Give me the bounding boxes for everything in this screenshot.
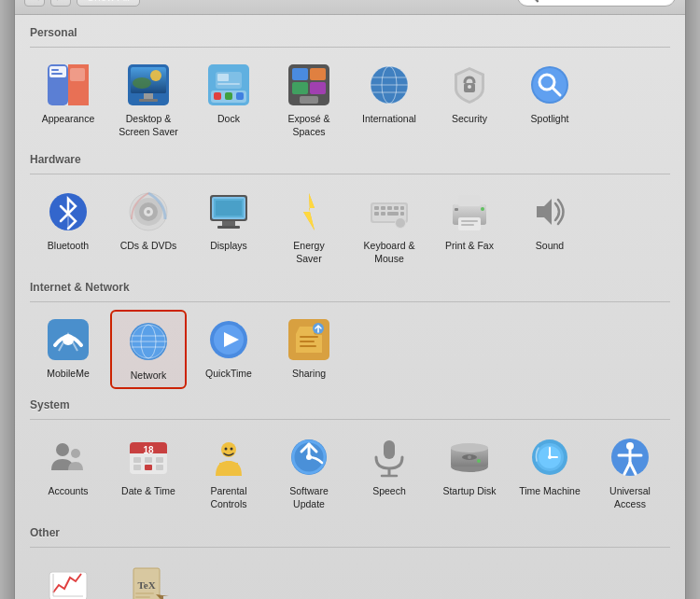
svg-point-118	[451, 443, 488, 453]
svg-rect-100	[156, 457, 163, 463]
internet-network-items-row: MobileMe Network	[30, 310, 670, 390]
sharing-icon	[285, 315, 333, 364]
svg-rect-57	[381, 206, 385, 210]
appearance-icon	[44, 61, 92, 109]
personal-divider	[30, 47, 670, 48]
personal-items-row: Appearance	[30, 55, 670, 144]
pref-item-sharing[interactable]: Sharing	[271, 310, 347, 390]
svg-point-121	[477, 459, 481, 463]
software-update-label: SoftwareUpdate	[289, 485, 328, 510]
pref-item-universal-access[interactable]: UniversalAccess	[592, 427, 668, 516]
international-label: International	[362, 113, 416, 126]
svg-rect-5	[51, 69, 59, 71]
svg-point-14	[133, 77, 151, 89]
cds-dvds-icon	[124, 188, 173, 236]
svg-rect-62	[381, 212, 385, 216]
print-fax-icon	[445, 188, 494, 236]
svg-rect-99	[145, 457, 152, 463]
pref-item-parental[interactable]: ParentalControls	[190, 427, 267, 516]
other-divider	[30, 547, 670, 548]
network-label: Network	[131, 369, 167, 383]
pref-item-energy[interactable]: EnergySaver	[271, 182, 347, 271]
spotlight-label: Spotlight	[531, 113, 569, 126]
mobileme-label: MobileMe	[47, 368, 90, 381]
pref-item-appearance[interactable]: Appearance	[30, 55, 106, 144]
pref-item-mobileme[interactable]: MobileMe	[30, 310, 106, 390]
sharing-label: Sharing	[292, 368, 326, 381]
svg-rect-17	[214, 92, 221, 100]
pref-item-time-machine[interactable]: Time Machine	[511, 427, 588, 516]
svg-rect-73	[455, 208, 458, 211]
svg-rect-60	[400, 206, 404, 210]
bluetooth-icon	[44, 188, 92, 236]
svg-point-36	[468, 85, 471, 89]
sound-label: Sound	[536, 240, 564, 253]
desktop-icon	[124, 61, 173, 109]
displays-icon	[204, 188, 253, 236]
pref-item-keyboard[interactable]: Keyboard &Mouse	[351, 182, 427, 271]
pref-item-bluetooth[interactable]: Bluetooth	[30, 182, 106, 271]
startup-disk-icon	[445, 433, 494, 481]
bluetooth-label: Bluetooth	[48, 240, 89, 253]
svg-text:TeX: TeX	[137, 579, 155, 591]
keyboard-icon	[365, 188, 413, 236]
svg-point-93	[71, 449, 80, 458]
svg-rect-63	[387, 212, 399, 216]
other-items-row: MenuMeters TeX TeXDistribution	[30, 555, 670, 599]
pref-item-datetime[interactable]: 18 Date & Time	[110, 427, 187, 516]
internet-network-section-header: Internet & Network	[30, 281, 670, 294]
svg-rect-61	[374, 212, 379, 216]
pref-item-software-update[interactable]: SoftwareUpdate	[271, 427, 347, 516]
pref-item-desktop[interactable]: Desktop &Screen Saver	[110, 55, 187, 144]
pref-item-print-fax[interactable]: Print & Fax	[431, 182, 508, 271]
accounts-icon	[44, 433, 92, 481]
pref-item-expose[interactable]: Exposé &Spaces	[271, 55, 347, 144]
internet-network-divider	[30, 301, 670, 302]
system-section-header: System	[30, 398, 670, 411]
svg-rect-141	[135, 596, 150, 598]
hardware-items-row: Bluetooth CDs & DVDs	[30, 182, 670, 271]
pref-item-sound[interactable]: Sound	[511, 182, 588, 271]
system-divider	[30, 419, 670, 420]
pref-item-network[interactable]: Network	[110, 310, 187, 390]
pref-item-cds-dvds[interactable]: CDs & DVDs	[110, 182, 187, 271]
forward-button[interactable]: ▶	[50, 0, 71, 7]
pref-item-menumeters[interactable]: MenuMeters	[30, 555, 106, 599]
pref-item-dock[interactable]: Dock	[190, 55, 267, 144]
search-icon: 🔍	[525, 0, 539, 3]
svg-rect-103	[156, 465, 163, 470]
pref-item-speech[interactable]: Speech	[351, 427, 427, 516]
show-all-button[interactable]: Show All	[77, 0, 140, 7]
back-button[interactable]: ◀	[24, 0, 45, 7]
svg-rect-4	[49, 66, 66, 77]
svg-point-105	[225, 448, 228, 451]
network-icon	[124, 317, 173, 366]
svg-rect-53	[216, 201, 242, 216]
svg-rect-6	[51, 73, 63, 75]
pref-item-quicktime[interactable]: QuickTime	[190, 310, 267, 390]
time-machine-label: Time Machine	[519, 485, 581, 498]
svg-rect-28	[300, 96, 318, 104]
print-fax-label: Print & Fax	[445, 240, 494, 253]
svg-rect-25	[310, 68, 326, 80]
pref-item-tex-distribution[interactable]: TeX TeXDistribution	[110, 555, 187, 599]
quicktime-icon	[204, 315, 253, 364]
svg-point-74	[481, 207, 484, 211]
pref-item-startup-disk[interactable]: Startup Disk	[431, 427, 508, 516]
security-icon	[445, 61, 494, 109]
mobileme-icon	[44, 315, 92, 364]
search-bar[interactable]: 🔍	[517, 0, 676, 7]
pref-item-accounts[interactable]: Accounts	[30, 427, 106, 516]
pref-item-displays[interactable]: Displays	[190, 182, 267, 271]
svg-rect-102	[145, 465, 152, 470]
svg-rect-50	[222, 221, 235, 226]
pref-item-security[interactable]: Security	[431, 55, 508, 144]
personal-section-header: Personal	[30, 26, 670, 39]
pref-item-international[interactable]: International	[351, 55, 427, 144]
quicktime-label: QuickTime	[205, 368, 252, 381]
keyboard-label: Keyboard &Mouse	[364, 240, 415, 265]
svg-point-38	[533, 68, 567, 102]
svg-rect-21	[217, 74, 229, 81]
pref-item-spotlight[interactable]: Spotlight	[511, 55, 588, 144]
menumeters-icon	[44, 561, 92, 599]
